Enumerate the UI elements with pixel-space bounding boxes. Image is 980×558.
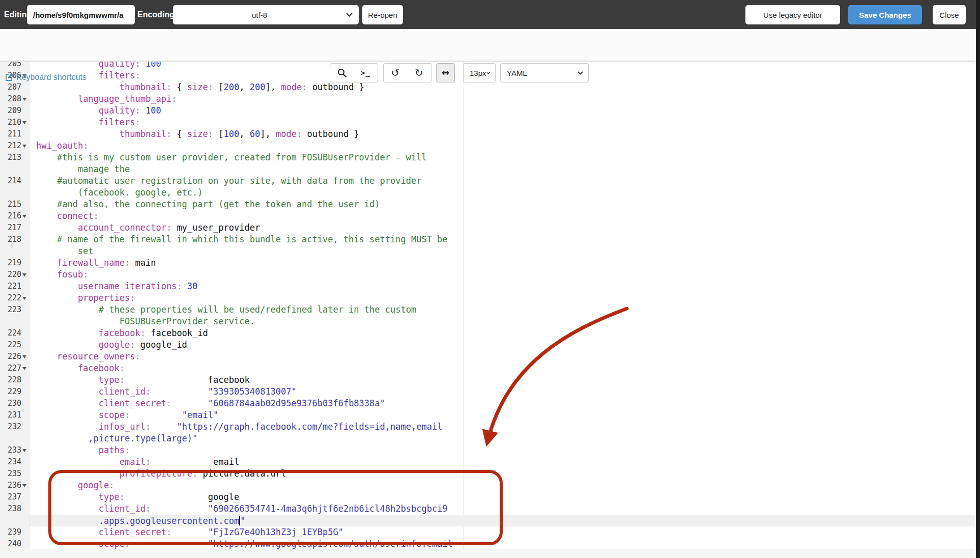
- code-row[interactable]: quality: 100: [30, 105, 976, 117]
- code-row[interactable]: scope: "https://www.googleapis.com/auth/…: [30, 538, 976, 549]
- fold-arrow-icon[interactable]: [22, 484, 26, 487]
- word-wrap-toggle[interactable]: ↔: [436, 63, 455, 82]
- encoding-select[interactable]: utf-8: [173, 5, 359, 24]
- search-button[interactable]: [330, 63, 354, 82]
- code-row[interactable]: language_thumb_api:: [30, 93, 976, 105]
- code-token: [36, 187, 78, 198]
- code-row[interactable]: thumbnail: { size: [200, 200], mode: out…: [30, 81, 976, 93]
- code-token: profilepicture: [120, 468, 192, 479]
- code-row[interactable]: type: facebook: [30, 374, 976, 386]
- code-row[interactable]: # these properties will be used/redefine…: [30, 304, 976, 316]
- code-token: [151, 504, 208, 514]
- code-row[interactable]: fosub:: [30, 269, 976, 281]
- code-token: [36, 433, 88, 443]
- fold-arrow-icon[interactable]: [22, 367, 26, 370]
- legacy-editor-button[interactable]: Use legacy editor: [745, 5, 840, 24]
- line-number: 240: [0, 538, 30, 549]
- code-token: [36, 62, 99, 69]
- code-row[interactable]: manage the: [30, 163, 976, 175]
- code-row[interactable]: client_id: "339305340813007": [30, 386, 976, 398]
- code-row[interactable]: FOSUBUserProvider service.: [30, 316, 976, 327]
- code-row[interactable]: client_secret: "6068784aab02d95e9376b03f…: [30, 398, 976, 409]
- code-row[interactable]: paths:: [30, 444, 976, 456]
- code-row[interactable]: client_secret: "FjIzG7e4Oh13hZ3j_1EYBp5G…: [30, 526, 976, 538]
- code-row[interactable]: account_connector: my_user_provider: [30, 222, 976, 234]
- code-row[interactable]: type: google: [30, 491, 976, 503]
- fold-arrow-icon[interactable]: [22, 98, 26, 101]
- code-row[interactable]: infos_url: "https://graph.facebook.com/m…: [30, 421, 976, 433]
- code-token: :: [120, 363, 125, 373]
- code-row[interactable]: firewall_name: main: [30, 257, 976, 269]
- code-row[interactable]: facebook: facebook_id: [30, 327, 976, 339]
- code-token: # name of the firewall in which this bun…: [57, 234, 448, 244]
- code-row[interactable]: google:: [30, 480, 976, 491]
- code-token: [36, 468, 120, 479]
- code-row[interactable]: properties:: [30, 292, 976, 304]
- search-icon: [337, 68, 347, 78]
- font-size-select[interactable]: 13px: [463, 63, 496, 82]
- code-token: :: [146, 386, 151, 397]
- code-row[interactable]: #this is my custom user provider, create…: [30, 152, 976, 163]
- save-changes-button[interactable]: Save Changes: [848, 5, 922, 24]
- code-token: [36, 363, 78, 373]
- reopen-button[interactable]: Re-open: [362, 5, 403, 24]
- code-row[interactable]: profilepicture: picture.data.url: [30, 468, 976, 480]
- fold-arrow-icon[interactable]: [22, 297, 26, 300]
- code-token: :: [208, 129, 213, 139]
- code-token: 60: [250, 129, 260, 139]
- code-row[interactable]: facebook:: [30, 362, 976, 374]
- code-row[interactable]: filters:: [30, 117, 976, 128]
- gutter-cell: 207: [0, 81, 30, 93]
- editor-code-rows[interactable]: quality: 100 filters: thumbnail: { size:…: [30, 62, 976, 549]
- code-editor[interactable]: 2052062072082092102112122132142152162172…: [0, 62, 976, 549]
- code-token: :: [130, 340, 135, 350]
- code-row[interactable]: ,picture.type(large)": [30, 433, 976, 444]
- fold-arrow-icon[interactable]: [22, 145, 26, 148]
- code-row[interactable]: # name of the firewall in which this bun…: [30, 234, 976, 245]
- close-button[interactable]: Close: [933, 5, 966, 24]
- code-token: 200: [250, 82, 266, 92]
- chevron-down-icon: [346, 13, 353, 17]
- command-palette-button[interactable]: >_: [354, 63, 378, 82]
- code-row[interactable]: #and also, the connecting part (get the …: [30, 199, 976, 210]
- code-row[interactable]: username_iterations: 30: [30, 281, 976, 292]
- code-row[interactable]: thumbnail: { size: [100, 60], mode: outb…: [30, 128, 976, 140]
- line-number: 224: [0, 327, 30, 339]
- code-token: [130, 539, 208, 549]
- code-row[interactable]: .apps.googleusercontent.com": [30, 515, 976, 526]
- fold-arrow-icon[interactable]: [22, 355, 26, 358]
- code-row[interactable]: connect:: [30, 210, 976, 222]
- code-token: mode: [281, 82, 302, 92]
- code-token: email: [151, 457, 239, 467]
- code-row[interactable]: set: [30, 245, 976, 257]
- fold-arrow-icon[interactable]: [22, 449, 26, 452]
- keyboard-shortcuts-link[interactable]: Keyboard shortcuts: [5, 73, 87, 82]
- code-row[interactable]: hwi_oauth:: [30, 140, 976, 152]
- code-token: facebook: [125, 375, 250, 385]
- fold-arrow-icon[interactable]: [22, 215, 26, 218]
- gutter-cell: 213: [0, 152, 30, 163]
- code-token: my_user_provider: [171, 222, 260, 233]
- code-token: :: [135, 117, 140, 127]
- undo-button[interactable]: ↺: [383, 63, 408, 82]
- code-row[interactable]: scope: "email": [30, 409, 976, 421]
- code-row[interactable]: google: google_id: [30, 339, 976, 351]
- code-row[interactable]: client_id: "690266354741-4ma3q6hjtf6e2nb…: [30, 503, 976, 515]
- code-row[interactable]: (facebook. google, etc.): [30, 187, 976, 199]
- code-token: [36, 199, 57, 209]
- code-token: :: [125, 445, 130, 455]
- fold-arrow-icon[interactable]: [22, 273, 26, 276]
- line-number: 209: [0, 105, 30, 117]
- syntax-mode-select[interactable]: YAML: [500, 63, 589, 82]
- code-token: .apps.googleusercontent.com: [99, 516, 239, 526]
- file-path-input[interactable]: [27, 5, 135, 24]
- redo-button[interactable]: ↻: [407, 63, 431, 82]
- code-row[interactable]: #automatic user registration on your sit…: [30, 175, 976, 187]
- code-row[interactable]: resource_owners:: [30, 351, 976, 362]
- code-row[interactable]: email: email: [30, 456, 976, 468]
- code-token: ,: [239, 129, 249, 139]
- editor-gutter: 2052062072082092102112122132142152162172…: [0, 62, 30, 549]
- code-token: [36, 105, 99, 116]
- fold-arrow-icon[interactable]: [22, 121, 26, 124]
- page-scrollbar[interactable]: [976, 0, 980, 558]
